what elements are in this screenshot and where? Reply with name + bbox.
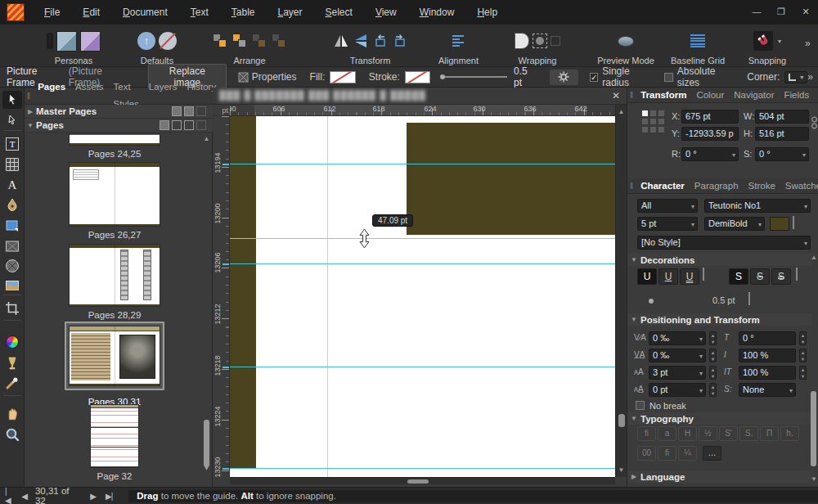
w-input[interactable]: 504 pt bbox=[755, 110, 809, 124]
single-radius-checkbox[interactable]: ✓ bbox=[590, 73, 598, 82]
master-pages-section[interactable]: ▶ Master Pages bbox=[25, 105, 213, 119]
underline-none-button[interactable]: U bbox=[637, 268, 657, 285]
rotation-dropdown[interactable]: 0 °▾ bbox=[681, 147, 739, 161]
x-input[interactable]: 675 pt bbox=[681, 110, 739, 124]
tab-fields[interactable]: Fields bbox=[780, 87, 815, 104]
menu-select[interactable]: Select bbox=[314, 0, 364, 25]
close-icon[interactable]: ✕ bbox=[612, 90, 620, 101]
link-dimensions-icon[interactable] bbox=[811, 114, 817, 135]
page-thumbnail[interactable] bbox=[91, 405, 138, 467]
stepper-control[interactable]: ▲▼ bbox=[709, 349, 717, 362]
menu-file[interactable]: File bbox=[33, 0, 71, 25]
designer-persona-icon[interactable] bbox=[80, 31, 101, 52]
page-viewport[interactable]: 47.09 pt bbox=[230, 116, 615, 477]
panel-grip-icon[interactable]: ‖ bbox=[627, 182, 636, 191]
properties-button[interactable]: Properties bbox=[238, 71, 297, 83]
opentype-feature-button[interactable]: h. bbox=[780, 426, 799, 441]
tab-swatches[interactable]: Swatches bbox=[780, 178, 818, 195]
photo-persona-icon[interactable] bbox=[56, 31, 77, 52]
stepper-control[interactable]: ▲▼ bbox=[799, 331, 807, 345]
studio-scrollbar[interactable]: ▲ ▼ bbox=[811, 254, 817, 483]
absolute-sizes-checkbox[interactable] bbox=[664, 73, 672, 82]
horizontal-guide[interactable] bbox=[230, 468, 615, 469]
text-stroke-swatch[interactable] bbox=[793, 216, 794, 229]
typography-header[interactable]: ▼ Typography bbox=[627, 412, 812, 425]
menu-edit[interactable]: Edit bbox=[71, 0, 111, 25]
dragged-guide-line[interactable] bbox=[230, 238, 615, 239]
kerning-dropdown[interactable]: 0 ‰▾ bbox=[649, 349, 706, 362]
document-tab[interactable]: ███ █ ███████ ███ ██████ █ █████ ✕ bbox=[213, 88, 627, 105]
leading-override-dropdown[interactable]: 0 pt▾ bbox=[649, 383, 706, 397]
tab-transform[interactable]: Transform bbox=[636, 87, 691, 104]
colour-wheel-tool[interactable] bbox=[2, 333, 22, 351]
horizontal-guide[interactable] bbox=[230, 164, 615, 164]
page-thumbnail[interactable] bbox=[70, 134, 160, 145]
scroll-down-icon[interactable]: ▼ bbox=[203, 465, 210, 472]
ellipse-picture-frame-tool[interactable] bbox=[2, 257, 22, 275]
menu-view[interactable]: View bbox=[364, 0, 408, 25]
node-tool[interactable] bbox=[2, 111, 22, 129]
opentype-feature-button[interactable]: H bbox=[678, 426, 697, 441]
move-to-back-icon[interactable] bbox=[271, 33, 287, 49]
page-thumbnail-item[interactable]: Pages 30,31 bbox=[25, 322, 204, 407]
menu-window[interactable]: Window bbox=[408, 0, 466, 25]
opentype-feature-button[interactable]: S' bbox=[719, 426, 738, 441]
font-size-dropdown[interactable]: 5 pt▾ bbox=[637, 217, 698, 231]
h-input[interactable]: 516 pt bbox=[755, 127, 809, 141]
text-style-dropdown[interactable]: [No Style]▾ bbox=[637, 236, 811, 250]
close-button[interactable]: ✕ bbox=[793, 0, 818, 25]
underline-double-button[interactable]: U bbox=[680, 268, 699, 285]
add-master-icon[interactable] bbox=[172, 106, 182, 116]
horizontal-guide[interactable] bbox=[230, 367, 615, 367]
horizontal-guide[interactable] bbox=[230, 263, 615, 264]
show-wrap-settings-icon[interactable] bbox=[515, 33, 529, 49]
scrollbar-thumb[interactable] bbox=[204, 420, 209, 467]
flip-vertical-icon[interactable] bbox=[353, 33, 369, 49]
capitals-dropdown[interactable]: None▾ bbox=[739, 383, 796, 397]
zoom-tool[interactable] bbox=[2, 425, 22, 443]
toolbar-overflow-icon[interactable]: » bbox=[805, 38, 811, 49]
shear-dropdown[interactable]: 0 °▾ bbox=[755, 147, 809, 161]
last-spread-button[interactable]: ▶| bbox=[101, 492, 117, 501]
stroke-width-slider[interactable] bbox=[442, 76, 507, 78]
duplicate-page-icon[interactable] bbox=[184, 120, 194, 130]
delete-master-icon[interactable] bbox=[196, 106, 206, 116]
move-to-front-icon[interactable] bbox=[212, 33, 228, 49]
corner-type-dropdown[interactable]: ▾ bbox=[784, 71, 807, 83]
panel-grip-icon[interactable]: ‖ bbox=[25, 92, 33, 101]
no-break-checkbox[interactable] bbox=[636, 401, 645, 410]
tab-paragraph[interactable]: Paragraph bbox=[690, 178, 744, 195]
context-overflow-icon[interactable]: » bbox=[807, 71, 813, 83]
section-options-icon[interactable] bbox=[160, 120, 169, 130]
positioning-header[interactable]: ▼ Positioning and Transform bbox=[627, 313, 812, 326]
strikethrough-colour-swatch[interactable] bbox=[796, 268, 798, 281]
snapping-caret-icon[interactable]: ▾ bbox=[778, 38, 781, 45]
canvas-vertical-scrollbar[interactable]: ▲ ▼ bbox=[615, 105, 627, 477]
alignment-icon[interactable] bbox=[452, 34, 465, 48]
stepper-control[interactable]: ▲▼ bbox=[799, 366, 807, 380]
preview-mode-icon[interactable] bbox=[618, 36, 634, 47]
previous-spread-button[interactable]: ◀ bbox=[16, 492, 32, 501]
baseline-dropdown[interactable]: 3 pt▾ bbox=[649, 366, 706, 380]
strikethrough-single-button[interactable]: S bbox=[750, 268, 770, 285]
add-page-icon[interactable] bbox=[172, 120, 182, 130]
tab-character[interactable]: Character bbox=[636, 178, 690, 195]
menu-help[interactable]: Help bbox=[465, 0, 509, 25]
vertical-ruler[interactable]: 13194132001320613212132181322413230 bbox=[214, 116, 230, 477]
scroll-down-icon[interactable]: ▼ bbox=[811, 475, 817, 483]
move-backward-icon[interactable] bbox=[251, 33, 267, 49]
page-thumbnail-item[interactable]: Pages 24,25 bbox=[25, 134, 204, 159]
menu-text[interactable]: Text bbox=[179, 0, 220, 25]
font-family-dropdown[interactable]: Teutonic No1▾ bbox=[704, 199, 811, 213]
tab-colour[interactable]: Colour bbox=[691, 87, 729, 104]
stepper-control[interactable]: ▲▼ bbox=[799, 349, 807, 362]
y-input[interactable]: -12933.59 p bbox=[681, 127, 739, 141]
scroll-down-icon[interactable]: ▼ bbox=[618, 466, 625, 474]
opentype-feature-button[interactable]: S. bbox=[739, 426, 758, 441]
opentype-feature-button[interactable]: a bbox=[658, 426, 676, 441]
menu-table[interactable]: Table bbox=[220, 0, 267, 25]
opentype-feature-button[interactable]: ¼ bbox=[678, 446, 697, 461]
tab-stroke[interactable]: Stroke bbox=[744, 178, 780, 195]
ignore-wraps-icon[interactable] bbox=[551, 36, 560, 46]
scrollbar-thumb[interactable] bbox=[811, 391, 816, 466]
